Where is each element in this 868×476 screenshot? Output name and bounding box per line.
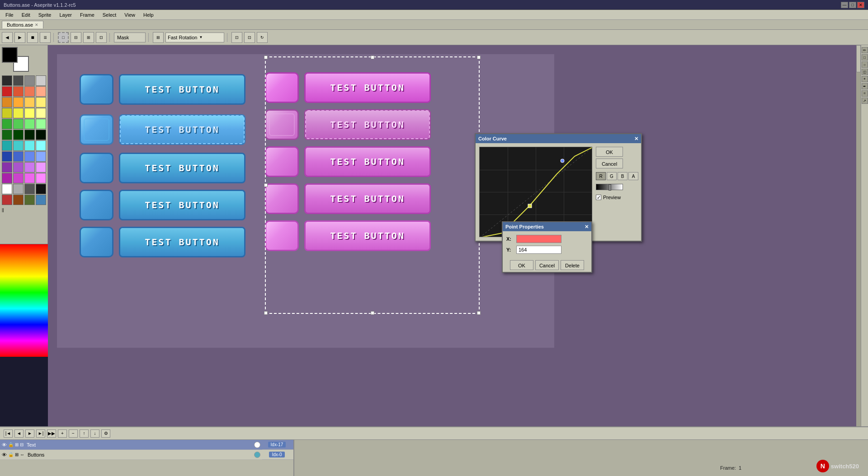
color-curve-title-bar[interactable]: Color Curve ✕: [476, 134, 641, 143]
swatch-21[interactable]: [13, 130, 24, 140]
menu-help[interactable]: Help: [140, 11, 157, 19]
swatch-17[interactable]: [13, 119, 24, 129]
tab-buttons-ase[interactable]: Buttons.ase ✕: [2, 21, 43, 28]
x-input[interactable]: [516, 235, 561, 243]
timeline-prev-frame[interactable]: ◄: [14, 429, 24, 438]
swatch-18[interactable]: [24, 119, 35, 129]
swatch-1[interactable]: [13, 75, 24, 86]
color-selector[interactable]: [2, 47, 29, 72]
tab-close-icon[interactable]: ✕: [35, 23, 38, 27]
toolbar-arrow-right[interactable]: ►: [14, 32, 25, 43]
swatch-22[interactable]: [24, 130, 35, 140]
menu-view[interactable]: View: [121, 11, 139, 19]
menu-frame[interactable]: Frame: [76, 11, 98, 19]
swatch-19[interactable]: [36, 119, 46, 129]
toolbar-select-mask[interactable]: ⊡: [96, 32, 107, 43]
mask-selector[interactable]: Mask: [114, 33, 146, 42]
menu-select[interactable]: Select: [99, 11, 120, 19]
swatch-0[interactable]: [2, 75, 12, 86]
right-tool-8[interactable]: ↗: [862, 98, 868, 104]
swatch-42[interactable]: [24, 184, 35, 194]
toolbar-select-border[interactable]: ⊟: [71, 32, 81, 43]
swatch-16[interactable]: [2, 119, 12, 129]
maximize-button[interactable]: □: [849, 2, 856, 8]
swatch-44[interactable]: [2, 195, 12, 205]
point-props-title-bar[interactable]: Point Properties ✕: [503, 222, 591, 231]
timeline-layer-settings[interactable]: ⚙: [101, 429, 110, 438]
timeline-remove-layer[interactable]: −: [69, 429, 78, 438]
scroll-thumb[interactable]: [856, 45, 861, 72]
toolbar-arrow-left[interactable]: ◄: [2, 32, 13, 43]
swatch-36[interactable]: [2, 173, 12, 183]
timeline-add-layer[interactable]: +: [58, 429, 67, 438]
channel-b-button[interactable]: B: [618, 172, 627, 180]
close-button[interactable]: ✕: [857, 2, 864, 8]
color-curve-close-icon[interactable]: ✕: [634, 136, 638, 142]
swatch-45[interactable]: [13, 195, 24, 205]
swatch-11[interactable]: [36, 97, 46, 107]
right-tool-7[interactable]: ⌗: [862, 90, 868, 97]
y-input[interactable]: [516, 246, 561, 254]
canvas-area[interactable]: TEST BUTTON TEST BUTTON: [48, 45, 861, 426]
layer-visibility-icon[interactable]: 👁: [2, 442, 7, 448]
timeline-next-frame[interactable]: ►|: [36, 429, 45, 438]
swatch-6[interactable]: [24, 86, 35, 97]
swatch-43[interactable]: [36, 184, 46, 194]
channel-g-button[interactable]: G: [607, 172, 617, 180]
menu-edit[interactable]: Edit: [18, 11, 34, 19]
swatch-47[interactable]: [36, 195, 46, 205]
toolbar-select-cross[interactable]: ⊞: [83, 32, 94, 43]
swatch-15[interactable]: [36, 108, 46, 118]
right-tool-6[interactable]: ✒: [862, 83, 868, 89]
menu-layer[interactable]: Layer: [56, 11, 75, 19]
toolbar-flip-v[interactable]: ⊡: [244, 32, 255, 43]
timeline-layer-up[interactable]: ↑: [80, 429, 89, 438]
swatch-25[interactable]: [13, 140, 24, 151]
primary-color[interactable]: [2, 47, 18, 63]
swatch-10[interactable]: [24, 97, 35, 107]
swatch-9[interactable]: [13, 97, 24, 107]
swatch-33[interactable]: [13, 162, 24, 173]
swatch-40[interactable]: [2, 184, 12, 194]
point-ok-button[interactable]: OK: [510, 260, 533, 270]
menu-sprite[interactable]: Sprite: [35, 11, 55, 19]
swatch-7[interactable]: [36, 86, 46, 97]
swatch-13[interactable]: [13, 108, 24, 118]
point-cancel-button[interactable]: Cancel: [535, 260, 559, 270]
swatch-12[interactable]: [2, 108, 12, 118]
layer-lock-icon[interactable]: 🔒: [8, 442, 14, 447]
swatch-8[interactable]: [2, 97, 12, 107]
swatch-31[interactable]: [36, 151, 46, 162]
swatch-26[interactable]: [24, 140, 35, 151]
color-gradient[interactable]: [0, 244, 48, 357]
swatch-27[interactable]: [36, 140, 46, 151]
toolbar-rotate[interactable]: ↻: [257, 32, 268, 43]
toolbar-flip-h[interactable]: ⊡: [231, 32, 242, 43]
timeline-first-frame[interactable]: |◄: [4, 429, 13, 438]
layer-row-buttons[interactable]: 👁 🔒 ⊞ ↔ Buttons: [0, 450, 262, 460]
swatch-30[interactable]: [24, 151, 35, 162]
curve-cancel-button[interactable]: Cancel: [596, 159, 623, 168]
swatch-35[interactable]: [36, 162, 46, 173]
timeline-frames[interactable]: [294, 440, 868, 476]
timeline-layer-down[interactable]: ↓: [90, 429, 99, 438]
minimize-button[interactable]: —: [841, 2, 848, 8]
timeline-play[interactable]: ►: [25, 429, 34, 438]
swatch-2[interactable]: [24, 75, 35, 86]
swatch-28[interactable]: [2, 151, 12, 162]
toolbar-stop[interactable]: ■: [27, 32, 38, 43]
swatch-5[interactable]: [13, 86, 24, 97]
swatch-32[interactable]: [2, 162, 12, 173]
swatch-4[interactable]: [2, 86, 12, 97]
right-tool-5[interactable]: ⌖: [862, 76, 868, 82]
right-tool-2[interactable]: □: [862, 54, 868, 61]
right-tool-4[interactable]: ◫: [862, 69, 868, 75]
swatch-3[interactable]: [36, 75, 46, 86]
swatch-14[interactable]: [24, 108, 35, 118]
swatch-24[interactable]: [2, 140, 12, 151]
rotation-mode-selector[interactable]: Fast Rotation ▼: [165, 33, 224, 42]
timeline-last-frame[interactable]: ▶▶: [47, 429, 56, 438]
swatch-39[interactable]: [36, 173, 46, 183]
swatch-23[interactable]: [36, 130, 46, 140]
swatch-46[interactable]: [24, 195, 35, 205]
